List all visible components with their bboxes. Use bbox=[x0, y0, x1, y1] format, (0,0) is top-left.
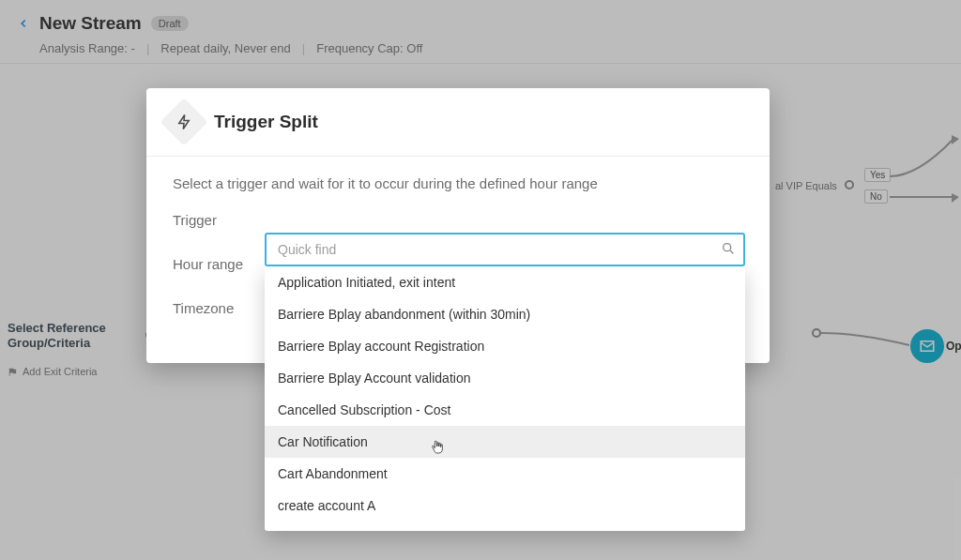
trigger-search-input[interactable] bbox=[265, 233, 745, 266]
dropdown-option[interactable]: Cart Abandonment bbox=[265, 458, 745, 490]
dropdown-option[interactable]: Barriere Bplay Account validation bbox=[265, 362, 745, 394]
dropdown-option[interactable]: Barriere Bplay abandonment (within 30min… bbox=[265, 298, 745, 330]
dropdown-option[interactable]: Application Initiated, exit intent bbox=[265, 266, 745, 298]
trigger-dropdown[interactable]: Application Initiated, exit intentBarrie… bbox=[265, 266, 745, 531]
modal-header: Trigger Split bbox=[146, 88, 770, 157]
modal-subtitle: Select a trigger and wait for it to occu… bbox=[146, 157, 770, 199]
dropdown-option[interactable]: create account A bbox=[265, 490, 745, 522]
dropdown-option[interactable]: Car Notification bbox=[265, 426, 745, 458]
trigger-combobox: Application Initiated, exit intentBarrie… bbox=[265, 233, 745, 531]
trigger-label: Trigger bbox=[173, 212, 250, 228]
dropdown-option[interactable]: Cancelled Subscription - Cost bbox=[265, 394, 745, 426]
cursor-icon bbox=[430, 439, 445, 456]
modal-title: Trigger Split bbox=[214, 112, 318, 132]
timezone-label: Timezone bbox=[173, 300, 250, 316]
dropdown-option[interactable]: create account b bbox=[265, 522, 745, 531]
svg-point-2 bbox=[724, 244, 731, 251]
dropdown-option[interactable]: Barriere Bplay account Registration bbox=[265, 330, 745, 362]
hour-range-label: Hour range bbox=[173, 256, 250, 272]
search-icon bbox=[721, 241, 736, 256]
trigger-icon-tile bbox=[160, 98, 208, 146]
svg-line-3 bbox=[730, 250, 733, 253]
lightning-icon bbox=[175, 114, 192, 130]
